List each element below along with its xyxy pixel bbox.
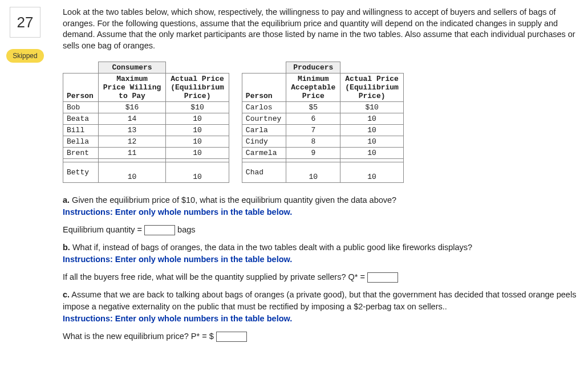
part-c-answer-line: What is the new equilibrium price? P* = … bbox=[63, 330, 577, 342]
part-c-text: c. Assume that we are back to talking ab… bbox=[63, 289, 577, 325]
table-row: Beata1410 bbox=[63, 113, 229, 125]
producers-head-actual: Actual Price(EquilibriumPrice) bbox=[340, 74, 404, 102]
qstar-input[interactable] bbox=[367, 272, 398, 283]
skipped-badge: Skipped bbox=[6, 49, 43, 63]
question-number-box: 27 bbox=[10, 7, 40, 38]
table-row: Carla710 bbox=[242, 125, 403, 136]
table-row: Courtney610 bbox=[242, 113, 403, 125]
question-intro: Look at the two tables below, which show… bbox=[63, 7, 577, 51]
producers-title: Producers bbox=[286, 62, 340, 74]
table-row: Carmela910 bbox=[242, 148, 403, 159]
pstar-input[interactable] bbox=[216, 332, 247, 342]
consumers-table: Consumers Person MaximumPrice Willingto … bbox=[63, 62, 229, 183]
table-row: Carlos$5$10 bbox=[242, 102, 403, 113]
part-b-text: b. What if, instead of bags of oranges, … bbox=[63, 242, 577, 266]
table-row: Bella1210 bbox=[63, 136, 229, 148]
table-row: Cindy810 bbox=[242, 136, 403, 148]
table-row: Chad1010 bbox=[242, 162, 403, 183]
part-a-text: a. Given the equilibrium price of $10, w… bbox=[63, 194, 577, 218]
producers-head-min: MinimumAcceptablePrice bbox=[286, 74, 340, 102]
consumers-head-person: Person bbox=[63, 74, 99, 102]
consumers-head-max: MaximumPrice Willingto Pay bbox=[98, 74, 165, 102]
equilibrium-quantity-input[interactable] bbox=[144, 225, 175, 235]
question-number: 27 bbox=[17, 14, 34, 31]
table-row: Brent1110 bbox=[63, 148, 229, 159]
consumers-title: Consumers bbox=[98, 62, 165, 74]
table-row: Bill1310 bbox=[63, 125, 229, 136]
part-b-answer-line: If all the buyers free ride, what will b… bbox=[63, 271, 577, 283]
consumers-head-actual: Actual Price(EquilibriumPrice) bbox=[166, 74, 229, 102]
table-row: Bob$16$10 bbox=[63, 102, 229, 113]
table-row: Betty1010 bbox=[63, 162, 229, 183]
producers-head-person: Person bbox=[242, 74, 286, 102]
producers-table: Producers Person MinimumAcceptablePrice … bbox=[242, 62, 404, 183]
part-a-answer-line: Equilibrium quantity = bags bbox=[63, 224, 577, 236]
